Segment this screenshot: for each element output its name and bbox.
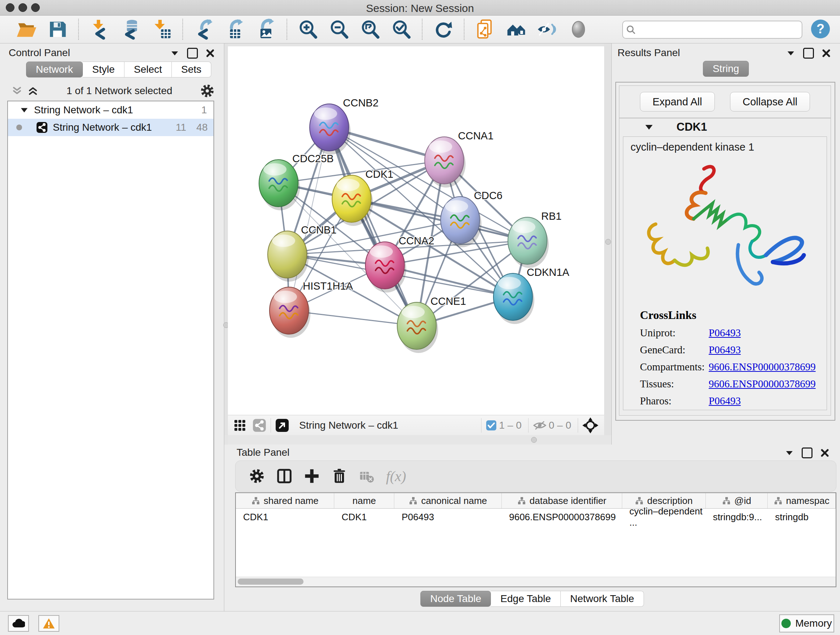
detach-view-icon[interactable] bbox=[275, 418, 289, 432]
zoom-selected-icon[interactable] bbox=[390, 18, 413, 41]
column-header-namespac[interactable]: namespac bbox=[767, 493, 836, 508]
home-networks-icon[interactable] bbox=[505, 18, 528, 41]
zoom-in-icon[interactable] bbox=[296, 18, 319, 41]
table-cell[interactable]: stringdb:9... bbox=[706, 509, 768, 525]
column-header-shared-name[interactable]: shared name bbox=[236, 493, 334, 508]
import-database-icon[interactable] bbox=[119, 18, 142, 41]
horizontal-splitter-grip[interactable] bbox=[531, 437, 537, 443]
table-cell[interactable]: 9606.ENSP00000378699 bbox=[502, 509, 622, 525]
panel-float-icon[interactable] bbox=[187, 48, 198, 59]
column-header--id[interactable]: @id bbox=[706, 493, 768, 508]
delete-column-icon[interactable] bbox=[331, 468, 347, 485]
zoom-out-icon[interactable] bbox=[327, 18, 351, 41]
network-row[interactable]: String Network – cdk1 11 48 bbox=[8, 119, 213, 136]
network-options-gear-icon[interactable] bbox=[200, 83, 215, 98]
crosslink-link[interactable]: 9606.ENSP00000378699 bbox=[709, 361, 816, 373]
refresh-view-icon[interactable] bbox=[431, 18, 455, 41]
tab-network[interactable]: Network bbox=[26, 62, 83, 78]
save-session-icon[interactable] bbox=[46, 18, 69, 41]
network-node-CCNA1[interactable]: CCNA1 bbox=[425, 130, 493, 187]
expand-all-button[interactable]: Expand All bbox=[640, 92, 715, 111]
export-table-icon[interactable] bbox=[223, 18, 246, 41]
title-bar: Session: New Session bbox=[0, 0, 840, 16]
table-settings-gear-icon[interactable] bbox=[248, 468, 265, 485]
grid-view-icon[interactable] bbox=[234, 419, 246, 432]
table-cell[interactable]: stringdb bbox=[767, 509, 836, 525]
crosslink-link[interactable]: P06493 bbox=[709, 395, 741, 407]
network-collection-row[interactable]: String Network – cdk1 1 bbox=[8, 101, 213, 119]
panel-close-icon[interactable] bbox=[821, 448, 829, 457]
zoom-fit-icon[interactable] bbox=[358, 18, 382, 41]
search-box[interactable] bbox=[622, 21, 802, 39]
network-node-RB1[interactable]: RB1 bbox=[508, 211, 561, 268]
string-import-icon[interactable] bbox=[474, 18, 497, 41]
crosslink-link[interactable]: P06493 bbox=[709, 327, 741, 339]
import-table-icon[interactable] bbox=[150, 18, 173, 41]
network-canvas[interactable]: CCNB2CCNA1CDC25BCDK1CDC6RB1CCNB1CCNA2CDK… bbox=[228, 46, 604, 415]
table-hscrollbar[interactable] bbox=[236, 577, 836, 586]
right-splitter-grip[interactable] bbox=[605, 239, 611, 245]
open-file-icon[interactable] bbox=[15, 18, 38, 41]
column-header-name[interactable]: name bbox=[334, 493, 394, 508]
export-network-icon[interactable] bbox=[192, 18, 215, 41]
tab-node-table[interactable]: Node Table bbox=[420, 591, 491, 607]
birdseye-crosshair-icon[interactable] bbox=[583, 417, 598, 433]
results-panel: Results Panel String Expand All Collapse… bbox=[611, 43, 840, 445]
add-column-icon[interactable] bbox=[303, 468, 320, 485]
tab-string-results[interactable]: String bbox=[703, 61, 749, 77]
network-node-CDC6[interactable]: CDC6 bbox=[441, 190, 502, 247]
panel-float-icon[interactable] bbox=[802, 448, 813, 458]
tab-network-table[interactable]: Network Table bbox=[561, 591, 644, 607]
network-status-bar: String Network – cdk1 1 – 0 0 – 0 bbox=[228, 415, 604, 435]
tab-select[interactable]: Select bbox=[125, 62, 172, 78]
horizontal-splitter[interactable] bbox=[228, 435, 611, 445]
cloud-button[interactable] bbox=[8, 615, 29, 632]
table-cell[interactable]: CDK1 bbox=[334, 509, 394, 525]
network-node-CCNB2[interactable]: CCNB2 bbox=[309, 97, 378, 155]
crosslink-label: Uniprot: bbox=[640, 327, 709, 339]
help-button[interactable]: ? bbox=[811, 19, 830, 38]
crosslink-link[interactable]: 9606.ENSP00000378699 bbox=[709, 378, 816, 390]
string-view-icon[interactable] bbox=[253, 418, 266, 432]
collapse-all-tree-icon[interactable] bbox=[11, 85, 23, 97]
import-network-icon[interactable] bbox=[88, 18, 111, 41]
tab-edge-table[interactable]: Edge Table bbox=[491, 591, 561, 607]
crosslink-link[interactable]: P06493 bbox=[709, 344, 741, 356]
graphics-detail-icon[interactable] bbox=[567, 18, 590, 41]
table-cell[interactable]: CDK1 bbox=[236, 509, 334, 525]
export-image-icon[interactable] bbox=[254, 18, 278, 41]
network-node-HIST1H1A[interactable]: HIST1H1A bbox=[270, 280, 353, 338]
tab-style[interactable]: Style bbox=[83, 62, 125, 78]
network-node-CCNB1[interactable]: CCNB1 bbox=[268, 224, 336, 282]
network-edge-CCNB2-CCNE1[interactable] bbox=[329, 127, 417, 326]
search-input[interactable] bbox=[639, 22, 802, 37]
panel-close-icon[interactable] bbox=[822, 49, 831, 57]
show-columns-icon[interactable] bbox=[276, 468, 293, 485]
hide-unhide-icon[interactable] bbox=[536, 18, 559, 41]
collapse-all-button[interactable]: Collapse All bbox=[730, 92, 810, 111]
network-node-CDKN1A[interactable]: CDKN1A bbox=[493, 266, 569, 324]
panel-menu-icon[interactable] bbox=[171, 49, 179, 57]
collection-collapse-icon[interactable] bbox=[20, 106, 28, 114]
right-splitter[interactable] bbox=[604, 43, 611, 435]
column-header-canonical-name[interactable]: canonical name bbox=[394, 493, 502, 508]
expand-all-tree-icon[interactable] bbox=[27, 85, 39, 97]
node-table[interactable]: shared namenamecanonical namedatabase id… bbox=[235, 492, 836, 587]
left-splitter[interactable] bbox=[224, 43, 228, 435]
hidden-eye-icon[interactable] bbox=[533, 420, 546, 431]
panel-menu-icon[interactable] bbox=[785, 448, 794, 457]
warning-button[interactable] bbox=[38, 615, 59, 632]
delete-table-icon[interactable] bbox=[358, 468, 375, 485]
selected-checkbox-icon[interactable] bbox=[486, 420, 497, 431]
memory-button[interactable]: Memory bbox=[779, 614, 834, 632]
gene-collapse-icon[interactable] bbox=[645, 123, 653, 131]
table-hscrollbar-thumb[interactable] bbox=[238, 578, 303, 585]
table-row[interactable]: CDK1CDK1P064939606.ENSP00000378699cyclin… bbox=[236, 509, 836, 525]
column-header-database-identifier[interactable]: database identifier bbox=[502, 493, 622, 508]
table-cell[interactable]: cyclin–dependent ... bbox=[622, 509, 706, 525]
panel-close-icon[interactable] bbox=[206, 49, 215, 57]
table-cell[interactable]: P06493 bbox=[394, 509, 502, 525]
panel-menu-icon[interactable] bbox=[786, 49, 795, 57]
tab-sets[interactable]: Sets bbox=[172, 62, 211, 78]
panel-float-icon[interactable] bbox=[803, 48, 814, 59]
